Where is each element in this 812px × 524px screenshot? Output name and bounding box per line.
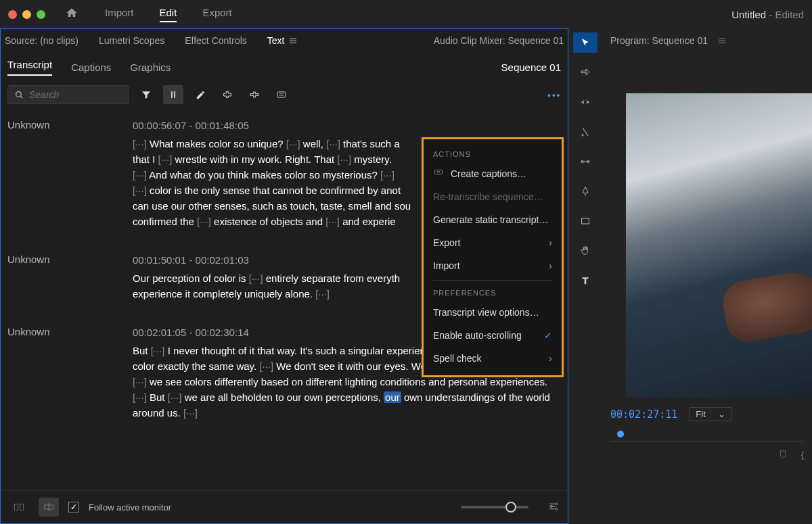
svg-point-8 (556, 508, 558, 510)
more-options-icon[interactable]: ••• (547, 90, 561, 100)
panel-tabs-row: Source: (no clips) Lumetri Scopes Effect… (1, 29, 568, 52)
selection-tool-icon[interactable] (573, 32, 597, 53)
insert-clip-icon[interactable] (217, 85, 238, 104)
chevron-right-icon: › (549, 353, 552, 364)
program-playbar: 00:02:27:11 Fit⌄ (602, 398, 812, 431)
tab-lumetri[interactable]: Lumetri Scopes (99, 35, 164, 46)
ripple-edit-icon[interactable] (573, 92, 597, 112)
zoom-slider[interactable] (461, 506, 528, 508)
menu-separator (433, 280, 552, 281)
dropdown-header: ACTIONS (424, 145, 562, 162)
in-point-icon[interactable]: { (801, 450, 804, 461)
svg-rect-11 (582, 218, 589, 224)
menu-retranscribe: Re-transcribe sequence… (424, 185, 562, 208)
program-panel: Program: Sequence 01 00:02:27:11 Fit⌄ { (602, 28, 812, 524)
type-tool-icon[interactable] (573, 270, 597, 291)
subtab-graphics[interactable]: Graphics (130, 62, 171, 73)
app-titlebar: Import Edit Export Untitled - Edited (0, 0, 812, 28)
tool-strip (568, 28, 602, 524)
menu-auto-scrolling[interactable]: Enable auto-scrolling✓ (424, 324, 562, 347)
speaker-label[interactable]: Unknown (7, 118, 126, 229)
follow-monitor-label: Follow active monitor (89, 502, 171, 513)
rectangle-tool-icon[interactable] (573, 211, 597, 231)
timecode-range: 00:00:56:07 - 00:01:48:05 (133, 118, 561, 133)
panel-menu-icon[interactable] (719, 39, 725, 43)
follow-monitor-checkbox[interactable]: ✓ (68, 502, 79, 513)
hand-tool-icon[interactable] (573, 241, 597, 261)
current-timecode[interactable]: 00:02:27:11 (610, 408, 677, 421)
program-timeline[interactable] (610, 432, 804, 442)
search-field[interactable] (29, 89, 122, 100)
svg-rect-2 (14, 504, 18, 510)
cc-icon: CC (433, 170, 444, 178)
transcript-toolbar: CC ••• (1, 80, 568, 111)
overwrite-clip-icon[interactable] (244, 85, 265, 104)
panel-menu-icon[interactable] (290, 39, 296, 43)
filter-icon[interactable] (136, 85, 156, 104)
overwrite-footer-icon[interactable] (39, 498, 59, 517)
chevron-right-icon: › (549, 237, 552, 248)
pen-tool-icon[interactable] (573, 181, 597, 201)
tab-effect-controls[interactable]: Effect Controls (185, 35, 247, 46)
project-title: Untitled - Edited (731, 9, 804, 20)
menu-view-options[interactable]: Transcript view options… (424, 301, 562, 324)
maximize-icon[interactable] (37, 10, 45, 19)
settings-icon[interactable] (547, 500, 560, 515)
razor-tool-icon[interactable] (573, 122, 597, 142)
check-icon: ✓ (544, 330, 552, 341)
home-icon[interactable] (66, 7, 78, 22)
program-monitor[interactable] (626, 93, 812, 398)
program-title: Program: Sequence 01 (610, 35, 708, 46)
sequence-name: Sequence 01 (501, 62, 561, 73)
chevron-right-icon: › (549, 260, 552, 271)
text-panel: Source: (no clips) Lumetri Scopes Effect… (0, 28, 568, 524)
menu-import[interactable]: Import› (424, 254, 562, 277)
speaker-label[interactable]: Unknown (7, 252, 126, 302)
menu-export[interactable]: Export› (424, 231, 562, 254)
menu-spell-check[interactable]: Spell check› (424, 347, 562, 370)
search-input[interactable] (7, 85, 129, 104)
pencil-icon[interactable] (190, 85, 210, 104)
zoom-fit-select[interactable]: Fit⌄ (690, 407, 731, 421)
workspace-tab-import[interactable]: Import (105, 7, 134, 22)
marker-icon[interactable] (778, 450, 788, 461)
workspace-tabs: Import Edit Export (105, 7, 232, 22)
track-select-icon[interactable] (573, 62, 597, 82)
svg-point-6 (556, 502, 558, 504)
tab-audio-mixer[interactable]: Audio Clip Mixer: Sequence 01 (434, 35, 564, 46)
menu-static-transcript[interactable]: Generate static transcript… (424, 208, 562, 231)
workspace-tab-edit[interactable]: Edit (160, 7, 177, 22)
cc-icon[interactable]: CC (271, 85, 292, 104)
tab-text[interactable]: Text (267, 35, 297, 46)
close-icon[interactable] (8, 10, 17, 19)
subtab-captions[interactable]: Captions (71, 62, 111, 73)
playhead-icon[interactable] (617, 431, 624, 437)
text-subtabs: Transcript Captions Graphics Sequence 01 (1, 52, 568, 80)
insert-footer-icon[interactable] (9, 498, 29, 517)
pause-segments-icon[interactable] (163, 85, 183, 104)
subtab-transcript[interactable]: Transcript (7, 59, 52, 76)
svg-text:CC: CC (279, 93, 284, 97)
workspace-tab-export[interactable]: Export (202, 7, 231, 22)
menu-create-captions[interactable]: CC Create captions… (424, 162, 562, 185)
svg-text:CC: CC (436, 171, 441, 174)
svg-rect-3 (20, 504, 24, 510)
minimize-icon[interactable] (22, 10, 31, 19)
speaker-label[interactable]: Unknown (7, 325, 126, 421)
actions-dropdown: ACTIONS CC Create captions… Re-transcrib… (422, 137, 564, 377)
tab-source[interactable]: Source: (no clips) (5, 35, 78, 46)
slip-tool-icon[interactable] (573, 151, 597, 172)
window-controls[interactable] (8, 10, 45, 19)
dropdown-header: PREFERENCES (424, 283, 562, 301)
transcript-footer: ✓ Follow active monitor (1, 490, 568, 523)
search-icon (15, 90, 24, 100)
chevron-down-icon: ⌄ (718, 409, 725, 419)
